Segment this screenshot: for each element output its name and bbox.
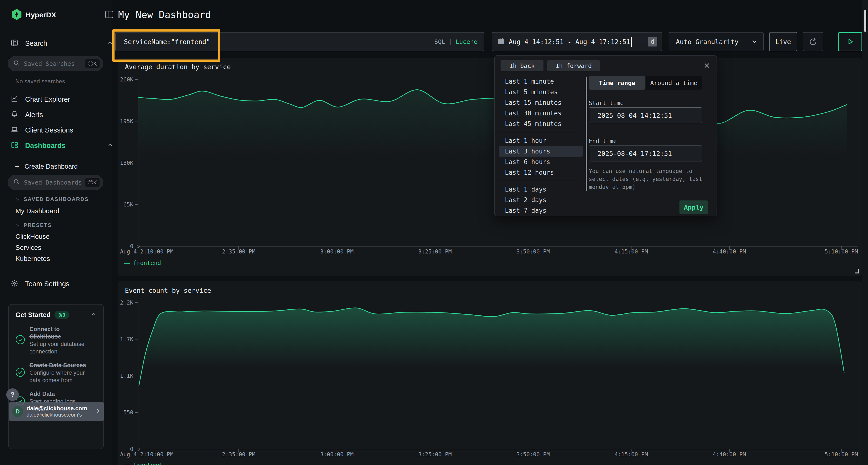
legend-label: frontend — [133, 260, 161, 266]
app-name: HyperDX — [26, 11, 56, 19]
get-started-header[interactable]: Get Started 3/3 — [16, 311, 96, 319]
sidebar-item-search[interactable]: Search — [0, 37, 122, 50]
play-button[interactable] — [838, 32, 862, 51]
sidebar-item-my-dashboard[interactable]: My Dashboard — [16, 207, 59, 215]
svg-text:4:15:00 PM: 4:15:00 PM — [615, 248, 648, 255]
svg-text:5:10:00 PM: 5:10:00 PM — [825, 248, 858, 255]
live-button[interactable]: Live — [769, 32, 797, 51]
filter-input[interactable]: ServiceName:"frontend" SQL | Lucene — [115, 32, 484, 51]
sidebar-collapse-icon[interactable] — [105, 10, 114, 20]
saved-dashboards-placeholder: Saved Dashboards — [24, 179, 85, 186]
range-option[interactable]: Last 1 hour — [499, 135, 583, 146]
d-shortcut-badge: d — [648, 37, 657, 46]
tab-around-a-time[interactable]: Around a time — [646, 76, 702, 90]
resize-handle-icon[interactable] — [855, 269, 859, 273]
svg-text:195K: 195K — [120, 118, 133, 124]
range-option[interactable]: Last 7 days — [499, 205, 583, 216]
shortcut-badge: ⌘K — [85, 178, 100, 187]
sidebar-item-team-settings[interactable]: Team Settings — [0, 277, 122, 291]
start-time-input[interactable]: 2025-08-04 14:12:51 — [589, 107, 702, 123]
page-scrollbar-track[interactable] — [862, 0, 868, 465]
chart-legend[interactable]: frontend — [124, 462, 161, 465]
range-option[interactable]: Last 12 hours — [499, 167, 583, 178]
get-started-card: Get Started 3/3 Connect to ClickHouse Se… — [8, 304, 104, 449]
range-option-selected[interactable]: Last 3 hours — [499, 146, 583, 157]
tab-time-range[interactable]: Time range — [589, 76, 646, 90]
help-button[interactable]: ? — [6, 388, 19, 401]
svg-text:3:00:00 PM: 3:00:00 PM — [320, 451, 353, 458]
range-option[interactable]: Last 5 minutes — [499, 87, 583, 97]
range-option[interactable]: Last 6 hours — [499, 157, 583, 167]
sidebar-item-services[interactable]: Services — [16, 244, 41, 252]
task-title: Create Data Sources — [29, 361, 87, 369]
logo-row: HyperDX — [0, 9, 122, 21]
divider — [499, 132, 579, 132]
svg-text:1.1K: 1.1K — [120, 373, 133, 379]
one-hour-back-button[interactable]: 1h back — [500, 60, 544, 71]
sidebar-item-alerts[interactable]: Alerts — [0, 108, 122, 122]
sidebar-item-dashboards[interactable]: Dashboards — [0, 139, 122, 152]
chevron-up-icon — [107, 40, 113, 46]
user-email: dale@clickhouse.com — [27, 405, 95, 412]
avatar: D — [12, 406, 23, 417]
apply-button[interactable]: Apply — [679, 200, 708, 214]
popup-scrollbar[interactable] — [586, 77, 587, 191]
sql-toggle[interactable]: SQL — [434, 38, 445, 45]
page-scrollbar-thumb[interactable] — [864, 10, 866, 32]
chart-legend[interactable]: frontend — [124, 260, 161, 266]
get-started-item[interactable]: Connect to ClickHouse Set up your databa… — [16, 325, 96, 355]
one-hour-forward-button[interactable]: 1h forward — [547, 60, 600, 71]
chevron-right-icon — [95, 408, 101, 416]
refresh-button[interactable] — [803, 32, 823, 51]
close-icon — [703, 62, 711, 69]
range-option[interactable]: Last 2 days — [499, 195, 583, 205]
search-icon — [13, 178, 20, 186]
svg-text:Aug 4 2:10:00 PM: Aug 4 2:10:00 PM — [120, 248, 174, 255]
svg-text:3:00:00 PM: 3:00:00 PM — [320, 248, 353, 255]
svg-text:4:15:00 PM: 4:15:00 PM — [615, 451, 648, 458]
saved-searches-input[interactable]: Saved Searches ⌘K — [8, 56, 103, 71]
svg-text:260K: 260K — [120, 76, 133, 82]
granularity-value: Auto Granularity — [676, 38, 739, 45]
sidebar-item-client-sessions[interactable]: Client Sessions — [0, 123, 122, 137]
line-chart-event-count[interactable]: 05501.1K1.7K2.2KAug 4 2:10:00 PM2:35:00 … — [118, 281, 862, 465]
lucene-toggle[interactable]: Lucene — [456, 38, 477, 45]
svg-text:Aug 4 2:10:00 PM: Aug 4 2:10:00 PM — [120, 451, 174, 458]
line-chart-average-duration[interactable]: 065K130K195K260KAug 4 2:10:00 PM2:35:00 … — [118, 58, 862, 276]
range-option[interactable]: Last 30 minutes — [499, 108, 583, 119]
sidebar-item-label: Search — [25, 39, 47, 47]
range-option[interactable]: Last 14 days — [499, 216, 583, 217]
svg-text:65K: 65K — [123, 201, 133, 208]
svg-text:130K: 130K — [120, 160, 133, 166]
range-option[interactable]: Last 15 minutes — [499, 97, 583, 108]
user-menu[interactable]: D dale@clickhouse.com dale@clickhouse.co… — [9, 402, 104, 421]
create-dashboard-button[interactable]: + Create Dashboard — [0, 161, 126, 172]
legend-line-swatch — [124, 263, 130, 264]
saved-searches-placeholder: Saved Searches — [24, 60, 85, 67]
time-range-input[interactable]: Aug 4 14:12:51 - Aug 4 17:12:51 d — [492, 32, 662, 51]
sidebar-item-kubernetes[interactable]: Kubernetes — [16, 255, 50, 263]
user-texts: dale@clickhouse.com dale@clickhouse.com'… — [27, 405, 95, 418]
range-option[interactable]: Last 1 days — [499, 184, 583, 195]
chart-panel-event-count: Event count by service 05501.1K1.7K2.2KA… — [118, 281, 862, 465]
range-option[interactable]: Last 45 minutes — [499, 119, 583, 129]
task-desc: Set up your database connection — [29, 340, 93, 355]
sidebar-item-chart-explorer[interactable]: Chart Explorer — [0, 93, 122, 106]
page-title: My New Dashboard — [118, 9, 211, 20]
sidebar-item-clickhouse[interactable]: ClickHouse — [16, 233, 50, 240]
section-presets[interactable]: PRESETS — [15, 222, 52, 228]
section-saved-dashboards[interactable]: SAVED DASHBOARDS — [15, 196, 89, 202]
sidebar: HyperDX Search Saved Searches ⌘K No save… — [0, 0, 112, 465]
create-dashboard-label: Create Dashboard — [25, 163, 78, 170]
saved-dashboards-input[interactable]: Saved Dashboards ⌘K — [8, 175, 103, 190]
svg-text:3:25:00 PM: 3:25:00 PM — [418, 248, 452, 255]
hyperdx-logo-icon — [11, 8, 22, 22]
end-time-input[interactable]: 2025-08-04 17:12:51 — [589, 145, 702, 161]
close-button[interactable] — [703, 61, 711, 70]
chevron-down-icon — [751, 39, 758, 44]
granularity-select[interactable]: Auto Granularity — [669, 32, 764, 51]
gear-icon — [10, 279, 18, 288]
range-option[interactable]: Last 1 minute — [499, 76, 583, 87]
get-started-item[interactable]: Create Data Sources Configure where your… — [16, 361, 96, 384]
lang-divider: | — [449, 38, 452, 45]
